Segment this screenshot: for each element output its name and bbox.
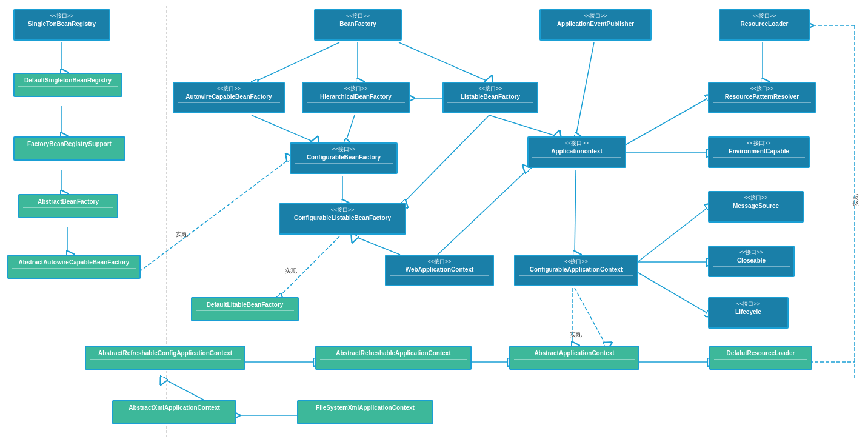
node-bean-factory: <<接口>> BeanFactory bbox=[314, 9, 402, 41]
svg-text:实现: 实现 bbox=[852, 194, 859, 206]
svg-line-41 bbox=[624, 98, 708, 146]
node-abstract-xml-application-context: AbstractXmlApplicationContext bbox=[112, 400, 236, 424]
svg-line-16 bbox=[576, 42, 594, 136]
svg-text:实现: 实现 bbox=[285, 267, 297, 274]
svg-line-43 bbox=[355, 236, 400, 255]
node-hierarchical-bean-factory: <<接口>> HierarchicalBeanFactory bbox=[302, 82, 410, 113]
svg-text:实现: 实现 bbox=[176, 231, 188, 238]
node-default-singleton-bean-registry: DefaultSingletonBeanRegistry bbox=[13, 73, 122, 97]
node-abstract-refreshable-application-context: AbstractRefreshableApplicationContext bbox=[315, 346, 472, 370]
node-abstract-refreshable-config-application-context: AbstractRefreshableConfigApplicationCont… bbox=[85, 346, 245, 370]
node-default-litable-bean-factory: DefaultLitableBeanFactory bbox=[191, 297, 299, 321]
svg-line-9 bbox=[255, 42, 339, 82]
node-resource-pattern-resolver: <<接口>> ResourcePatternResolver bbox=[708, 82, 816, 113]
svg-line-21 bbox=[139, 159, 290, 272]
node-closeable: <<接口>> Closeable bbox=[708, 246, 795, 277]
node-message-source: <<接口>> MessageSource bbox=[708, 191, 804, 223]
svg-line-14 bbox=[489, 115, 558, 136]
svg-text:实现: 实现 bbox=[570, 331, 582, 338]
svg-line-10 bbox=[346, 115, 355, 142]
node-abstract-bean-factory: AbstractBeanFactory bbox=[18, 194, 118, 218]
node-lifecycle: <<接口>> Lifecycle bbox=[708, 297, 789, 329]
svg-line-15 bbox=[399, 42, 489, 82]
svg-line-13 bbox=[403, 115, 489, 203]
svg-line-24 bbox=[575, 288, 606, 346]
node-application-event-publisher: <<接口>> ApplicationEventPublisher bbox=[539, 9, 652, 41]
node-listable-bean-factory: <<接口>> ListableBeanFactory bbox=[442, 82, 538, 113]
node-configurable-bean-factory: <<接口>> ConfigurableBeanFactory bbox=[290, 142, 398, 174]
node-factory-bean-registry-support: FactoryBeanRegistrySupport bbox=[13, 136, 125, 161]
node-abstract-application-context: AbstractApplicationContext bbox=[509, 346, 639, 370]
node-file-system-xml-application-context: FileSystemXmlApplicationContext bbox=[297, 400, 433, 424]
node-singleton-bean-registry: <<接口>> SingleTonBeanRegistry bbox=[13, 9, 110, 41]
svg-line-17 bbox=[575, 170, 576, 255]
svg-line-38 bbox=[635, 271, 708, 313]
node-resource-loader: <<接口>> ResourceLoader bbox=[719, 9, 810, 41]
node-web-application-context: <<接口>> WebApplicationContext bbox=[385, 255, 494, 286]
svg-line-39 bbox=[635, 207, 708, 264]
svg-line-36 bbox=[438, 170, 527, 255]
class-diagram: 实现 实现 实现 实现 bbox=[0, 0, 868, 442]
node-abstract-autowire-capable-bean-factory: AbstractAutowireCapableBeanFactory bbox=[7, 255, 141, 279]
node-application-context: <<接口>> Applicationontext bbox=[527, 136, 626, 168]
node-configurable-listable-bean-factory: <<接口>> ConfigurableListableBeanFactory bbox=[279, 203, 406, 235]
node-configurable-application-context: <<接口>> ConfigurableApplicationContext bbox=[514, 255, 638, 286]
node-defalut-resource-loader: DefalutResourceLoader bbox=[709, 346, 812, 370]
node-environment-capable: <<接口>> EnvironmentCapable bbox=[708, 136, 810, 168]
svg-line-19 bbox=[279, 236, 339, 297]
node-autowire-capable-bean-factory: <<接口>> AutowireCapableBeanFactory bbox=[173, 82, 285, 113]
svg-line-11 bbox=[252, 115, 315, 142]
